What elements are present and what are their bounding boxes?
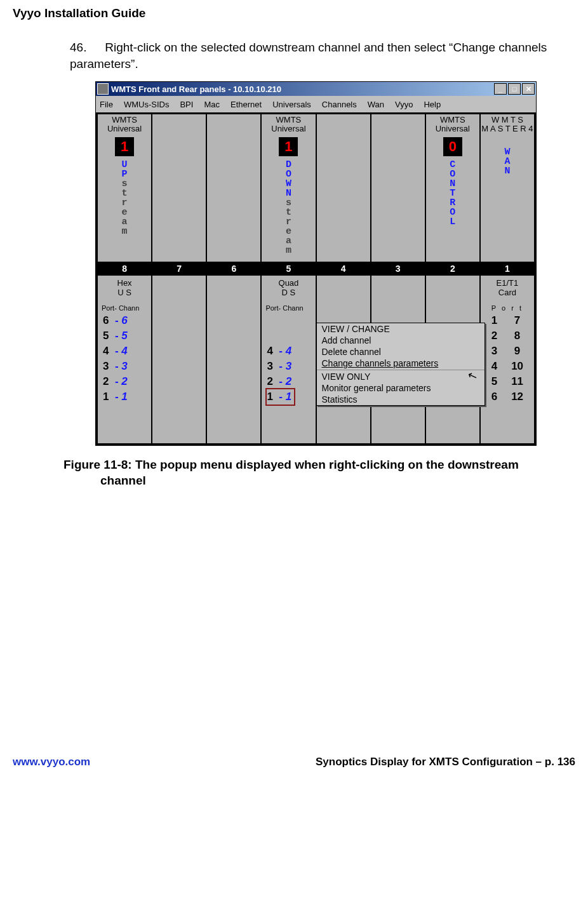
context-menu-add-channel[interactable]: Add channel [317, 335, 484, 346]
port-row[interactable] [267, 313, 315, 328]
slot-num-2: 2 [426, 263, 479, 274]
window-buttons: _ □ ✕ [494, 83, 535, 95]
context-menu-change-channels-parameters[interactable]: Change channels parameters [317, 358, 484, 369]
front-slot-8-count: 1 [115, 137, 134, 156]
port[interactable]: 5 [491, 374, 497, 389]
port-row[interactable] [267, 328, 315, 344]
instruction-step: 46. Right-click on the selected downstre… [70, 39, 550, 72]
port[interactable]: 3 [491, 344, 497, 359]
port[interactable]: 6 [491, 389, 497, 405]
context-menu-monitor-general[interactable]: Monitor general parameters [317, 382, 484, 394]
port-row[interactable]: 4 - 4 [267, 344, 315, 359]
port-row[interactable]: 4 - 4 [103, 344, 151, 359]
menu-mac[interactable]: Mac [204, 100, 220, 109]
rear-slot-1-portlabel: P o r t [481, 304, 534, 312]
front-slot-7[interactable] [152, 114, 206, 262]
rear-slot-5-sub: Port- Chann [265, 304, 315, 312]
front-slot-1[interactable]: W M T S M A S T E R 4 WAN [481, 114, 534, 262]
title-bar[interactable]: WMTS Front and Rear panels - 10.10.10.21… [96, 82, 536, 96]
context-menu-delete-channel[interactable]: Delete channel [317, 346, 484, 358]
front-slot-4[interactable] [317, 114, 370, 262]
page-footer: www.vyyo.com Synoptics Display for XMTS … [13, 756, 575, 768]
footer-url[interactable]: www.vyyo.com [13, 756, 90, 768]
label: WMTS [426, 116, 479, 124]
port[interactable]: 1 [491, 313, 497, 328]
port[interactable]: 8 [514, 328, 520, 344]
front-slot-1-stream: WAN [481, 147, 534, 176]
front-panel-row: WMTS Universal 1 UP stream WMTS Universa… [98, 114, 534, 262]
rear-slot-5-head: Quad D S [262, 277, 315, 300]
front-slot-8-stream: UP stream [98, 160, 151, 236]
menu-wan[interactable]: Wan [368, 100, 384, 109]
front-slot-5[interactable]: WMTS Universal 1 DOWN stream [262, 114, 315, 262]
context-menu-section-view-only: VIEW ONLY [317, 371, 484, 382]
menu-channels[interactable]: Channels [322, 100, 357, 109]
rear-slot-5[interactable]: Quad D S Port- Chann 4 - 4 3 - 3 2 - 2 1… [262, 276, 315, 443]
slot-num-6: 6 [207, 263, 260, 274]
port[interactable]: 9 [514, 344, 520, 359]
port[interactable]: 2 [491, 328, 497, 344]
label: WMTS [262, 116, 315, 124]
front-slot-5-type: WMTS Universal [262, 116, 315, 135]
menu-file[interactable]: File [100, 100, 113, 109]
front-slot-8[interactable]: WMTS Universal 1 UP stream [98, 114, 151, 262]
slot-num-4: 4 [317, 263, 370, 274]
port-row-selected[interactable]: 1 - 1 [267, 389, 315, 405]
slot-number-strip: 8 7 6 5 4 3 2 1 [98, 263, 534, 274]
front-slot-1-type: W M T S M A S T E R 4 [481, 116, 534, 135]
rear-slot-7[interactable] [152, 276, 206, 443]
menu-help[interactable]: Help [424, 100, 441, 109]
port[interactable]: 12 [511, 389, 523, 405]
menu-ethernet[interactable]: Ethernet [231, 100, 262, 109]
front-slot-3[interactable] [371, 114, 425, 262]
menu-universals[interactable]: Universals [272, 100, 311, 109]
port[interactable]: 7 [514, 313, 520, 328]
front-slot-2-count: 0 [443, 137, 462, 156]
front-slot-2[interactable]: WMTS Universal 0 CONTROL [426, 114, 479, 262]
port[interactable]: 11 [511, 374, 523, 389]
rear-slot-1-head: E1/T1 Card [481, 277, 534, 300]
port-row[interactable]: 3 - 3 [103, 359, 151, 374]
context-menu[interactable]: VIEW / CHANGE Add channel Delete channel… [316, 323, 485, 406]
menu-bpi[interactable]: BPI [180, 100, 193, 109]
port[interactable]: 10 [511, 359, 523, 374]
rear-slot-6[interactable] [207, 276, 260, 443]
port-row[interactable]: 2 - 2 [267, 374, 315, 389]
menu-vyyo[interactable]: Vyyo [395, 100, 413, 109]
port[interactable]: 4 [491, 359, 497, 374]
context-menu-section-view-change: VIEW / CHANGE [317, 323, 484, 335]
port-row[interactable]: 5 - 5 [103, 328, 151, 344]
label: W M T S [481, 116, 534, 124]
rear-slot-4[interactable]: VIEW / CHANGE Add channel Delete channel… [317, 276, 370, 443]
rear-slot-8-sub: Port- Chann [102, 304, 151, 312]
window-title: WMTS Front and Rear panels - 10.10.10.21… [111, 84, 494, 94]
doc-header: Vyyo Installation Guide [13, 6, 575, 20]
label: Quad [262, 278, 315, 288]
app-icon [97, 83, 109, 95]
menu-wmus-sids[interactable]: WMUs-SIDs [124, 100, 170, 109]
port-row[interactable]: 1 - 1 [103, 389, 151, 405]
label: M A S T E R 4 [481, 124, 534, 133]
port-row[interactable]: 6 - 6 [103, 313, 151, 328]
label: Hex [98, 278, 151, 288]
maximize-button[interactable]: □ [508, 83, 521, 95]
label: D S [262, 288, 315, 297]
front-slot-5-count: 1 [279, 137, 298, 156]
minimize-button[interactable]: _ [494, 83, 507, 95]
slot-num-3: 3 [371, 263, 425, 274]
rear-slot-1[interactable]: E1/T1 Card P o r t 1 2 3 4 5 6 [481, 276, 534, 443]
port-row[interactable]: 3 - 3 [267, 359, 315, 374]
menu-bar[interactable]: File WMUs-SIDs BPI Mac Ethernet Universa… [96, 96, 536, 112]
port-row[interactable]: 2 - 2 [103, 374, 151, 389]
front-slot-6[interactable] [207, 114, 260, 262]
rear-slot-1-ports: 1 2 3 4 5 6 7 8 9 10 11 [481, 313, 534, 405]
rear-slot-8-ports: 6 - 6 5 - 5 4 - 4 3 - 3 2 - 2 1 - 1 [103, 313, 151, 405]
context-menu-separator [317, 370, 484, 370]
rear-slot-8[interactable]: Hex U S Port- Chann 6 - 6 5 - 5 4 - 4 3 … [98, 276, 151, 443]
front-slot-5-stream: DOWN stream [262, 160, 315, 255]
close-button[interactable]: ✕ [522, 83, 535, 95]
label: U S [98, 288, 151, 297]
context-menu-statistics[interactable]: Statistics [317, 394, 484, 405]
label: Card [481, 288, 534, 297]
instruction-text: Right-click on the selected downstream c… [70, 41, 547, 70]
